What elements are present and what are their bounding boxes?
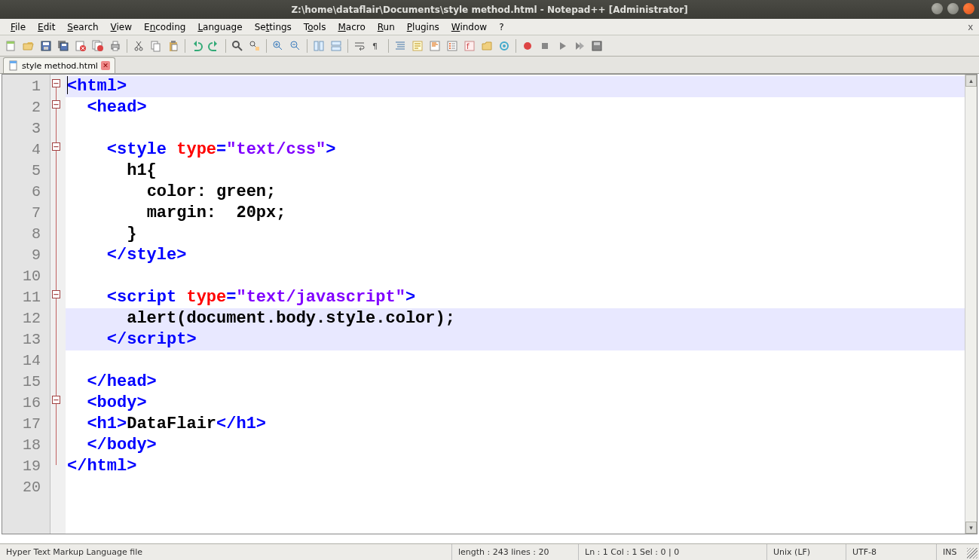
- toolbar-separator: [388, 39, 389, 53]
- udl-button[interactable]: [409, 38, 426, 54]
- find-button[interactable]: [229, 38, 246, 54]
- play-macro-button[interactable]: [554, 38, 571, 54]
- monitor-button[interactable]: [496, 38, 512, 54]
- record-macro-button[interactable]: [519, 38, 536, 54]
- tab-bar: style method.html ✕: [0, 57, 979, 74]
- undo-button[interactable]: [188, 38, 205, 54]
- fold-toggle[interactable]: −: [52, 290, 60, 298]
- menu-window[interactable]: Window: [445, 20, 493, 34]
- file-tab[interactable]: style method.html ✕: [3, 57, 115, 73]
- menu-edit[interactable]: Edit: [32, 20, 61, 34]
- show-all-chars-button[interactable]: ¶: [369, 38, 385, 54]
- menu-plugins[interactable]: Plugins: [401, 20, 445, 34]
- folder-button[interactable]: [479, 38, 495, 54]
- svg-point-37: [449, 45, 451, 47]
- sync-v-button[interactable]: [311, 38, 327, 54]
- svg-rect-28: [314, 41, 318, 50]
- zoom-out-button[interactable]: [287, 38, 304, 54]
- resize-grip[interactable]: [967, 548, 977, 558]
- redo-button[interactable]: [206, 38, 222, 54]
- code-area[interactable]: <html> <head> <style type="text/css"> h1…: [66, 75, 977, 534]
- vertical-scrollbar[interactable]: ▴ ▾: [965, 75, 977, 534]
- toolbar-separator: [307, 39, 307, 53]
- line-number-gutter: 123 456 789 101112 131415 161718 1920: [2, 75, 50, 534]
- stop-macro-button[interactable]: [537, 38, 553, 54]
- save-macro-button[interactable]: [589, 38, 605, 54]
- doc-map-button[interactable]: [427, 38, 443, 54]
- svg-rect-14: [113, 41, 118, 44]
- paste-button[interactable]: [165, 38, 182, 54]
- menu-search[interactable]: Search: [61, 20, 104, 34]
- print-button[interactable]: [107, 38, 124, 54]
- svg-point-12: [97, 45, 103, 51]
- scroll-down-button[interactable]: ▾: [965, 522, 977, 534]
- svg-rect-4: [44, 47, 48, 50]
- svg-rect-22: [172, 44, 177, 50]
- svg-rect-7: [62, 44, 66, 46]
- fold-toggle[interactable]: −: [52, 100, 60, 109]
- fold-toggle[interactable]: −: [52, 396, 60, 404]
- editor-area[interactable]: 123 456 789 101112 131415 161718 1920 − …: [2, 74, 977, 534]
- sync-h-button[interactable]: [328, 38, 344, 54]
- save-all-button[interactable]: [55, 38, 72, 54]
- toolbar-separator: [185, 39, 185, 53]
- zoom-in-button[interactable]: [270, 38, 286, 54]
- indent-guide-button[interactable]: [392, 38, 408, 54]
- menu-macro[interactable]: Macro: [332, 20, 371, 34]
- svg-rect-44: [542, 43, 548, 49]
- svg-rect-15: [113, 47, 118, 50]
- svg-rect-46: [594, 42, 600, 45]
- menu-tools[interactable]: Tools: [298, 20, 332, 34]
- copy-button[interactable]: [148, 38, 164, 54]
- svg-point-16: [135, 47, 138, 50]
- open-file-button[interactable]: [20, 38, 37, 54]
- fold-column[interactable]: − − − − −: [50, 75, 66, 534]
- status-eol[interactable]: Unix (LF): [767, 544, 846, 560]
- fold-toggle[interactable]: −: [52, 142, 60, 151]
- menu-view[interactable]: View: [105, 20, 138, 34]
- svg-rect-48: [10, 61, 17, 63]
- svg-point-43: [524, 42, 531, 50]
- status-encoding[interactable]: UTF-8: [846, 544, 937, 560]
- toolbar-separator: [225, 39, 226, 53]
- svg-text:¶: ¶: [372, 41, 378, 51]
- window-titlebar: Z:\home\dataflair\Documents\style method…: [0, 0, 979, 19]
- new-file-button[interactable]: [3, 38, 20, 54]
- tab-filename: style method.html: [22, 61, 98, 71]
- close-all-button[interactable]: [90, 38, 106, 54]
- svg-point-38: [449, 47, 451, 49]
- menu-run[interactable]: Run: [372, 20, 401, 34]
- menu-language[interactable]: Language: [191, 20, 248, 34]
- scroll-up-button[interactable]: ▴: [965, 75, 977, 87]
- file-icon: [8, 60, 19, 71]
- menu-encoding[interactable]: Encoding: [138, 20, 191, 34]
- svg-rect-21: [171, 41, 176, 43]
- menu-settings[interactable]: Settings: [249, 20, 298, 34]
- menu-file[interactable]: File: [5, 20, 32, 34]
- play-multi-button[interactable]: [571, 38, 588, 54]
- fold-toggle[interactable]: −: [52, 79, 60, 87]
- status-bar: Hyper Text Markup Language file length :…: [0, 543, 979, 560]
- svg-point-36: [449, 43, 451, 44]
- doc-list-button[interactable]: [444, 38, 460, 54]
- svg-rect-29: [320, 41, 323, 50]
- menubar-close-x[interactable]: x: [968, 21, 974, 32]
- svg-point-17: [139, 47, 142, 50]
- toolbar-separator: [127, 39, 127, 53]
- close-window-button[interactable]: [963, 3, 974, 14]
- replace-button[interactable]: [246, 38, 263, 54]
- minimize-button[interactable]: [932, 3, 943, 14]
- func-list-button[interactable]: f: [461, 38, 478, 54]
- save-button[interactable]: [38, 38, 54, 54]
- wordwrap-button[interactable]: [351, 38, 368, 54]
- cut-button[interactable]: [130, 38, 147, 54]
- svg-point-23: [233, 41, 239, 47]
- tab-close-button[interactable]: ✕: [101, 61, 110, 70]
- menu-help[interactable]: ?: [493, 20, 509, 34]
- svg-text:f: f: [467, 42, 470, 50]
- close-file-button[interactable]: [72, 38, 89, 54]
- toolbar-separator: [516, 39, 516, 53]
- window-title: Z:\home\dataflair\Documents\style method…: [291, 5, 687, 15]
- maximize-button[interactable]: [947, 3, 959, 14]
- svg-rect-19: [154, 44, 160, 51]
